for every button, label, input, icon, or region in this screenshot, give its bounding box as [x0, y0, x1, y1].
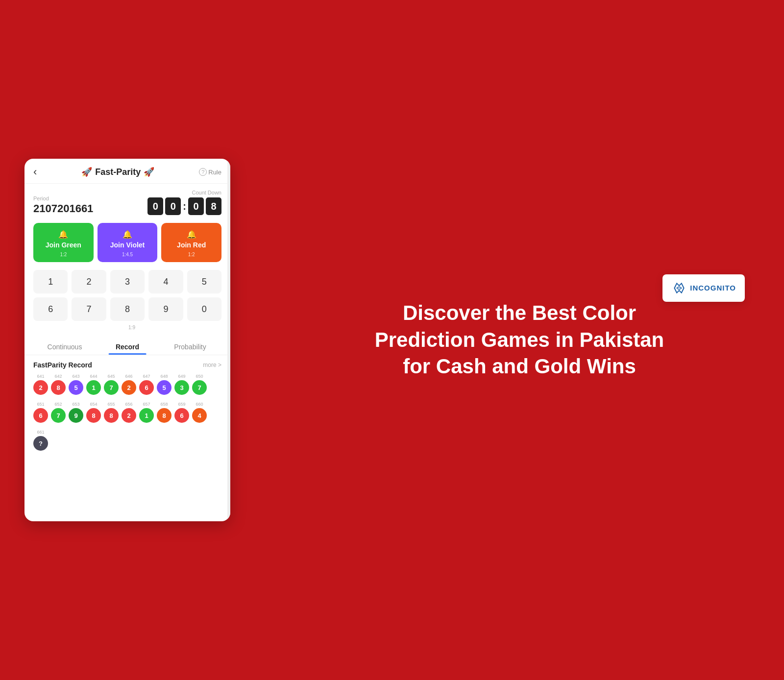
record-id: 653: [72, 402, 79, 407]
record-circle: 2: [122, 408, 136, 423]
logo-text: INCOGNITO: [671, 280, 736, 296]
left-panel: ‹ 🚀 Fast-Parity 🚀 ? Rule Period 21072016…: [0, 0, 255, 680]
right-rocket-icon: 🚀: [144, 167, 154, 177]
record-id: 644: [90, 374, 97, 379]
record-item: 642 8: [51, 374, 66, 395]
record-title: FastParity Record: [33, 361, 92, 369]
record-item: 649 3: [174, 374, 189, 395]
join-green-ratio: 1:2: [60, 252, 67, 257]
record-id: 645: [107, 374, 115, 379]
record-item: 661 ?: [33, 430, 48, 451]
record-item: 643 5: [69, 374, 83, 395]
num-button-7[interactable]: 7: [72, 297, 106, 321]
record-id: 646: [125, 374, 132, 379]
record-item: 641 2: [33, 374, 48, 395]
rule-icon: ?: [199, 168, 207, 176]
record-circle: 1: [139, 408, 154, 423]
green-bell-icon: 🔔: [58, 230, 68, 239]
record-id: 643: [72, 374, 79, 379]
record-circle: 1: [86, 380, 101, 395]
num-button-1[interactable]: 1: [33, 270, 68, 293]
more-link[interactable]: more >: [203, 362, 221, 368]
digit-2: 0: [188, 197, 204, 215]
record-circle: 7: [104, 380, 119, 395]
num-button-0[interactable]: 0: [187, 297, 221, 321]
tab-probability[interactable]: Probability: [159, 338, 221, 355]
record-circle: 8: [104, 408, 119, 423]
period-number: 2107201661: [33, 202, 93, 215]
record-item: 652 7: [51, 402, 66, 423]
logo-icon: [671, 280, 687, 296]
join-green-button[interactable]: 🔔 Join Green 1:2: [33, 223, 94, 262]
countdown-digits: 0 0 : 0 8: [147, 197, 221, 215]
violet-bell-icon: 🔔: [122, 230, 132, 239]
countdown-block: Count Down 0 0 : 0 8: [147, 190, 221, 215]
num-button-2[interactable]: 2: [72, 270, 106, 293]
colon: :: [183, 201, 186, 212]
back-button[interactable]: ‹: [33, 166, 37, 178]
digit-3: 8: [206, 197, 221, 215]
record-item: 644 1: [86, 374, 101, 395]
record-id: 650: [196, 374, 203, 379]
join-red-button[interactable]: 🔔 Join Red 1:2: [161, 223, 221, 262]
digit-1: 0: [165, 197, 181, 215]
right-panel: Discover the Best Color Prediction Games…: [255, 280, 784, 400]
countdown-label: Count Down: [147, 190, 221, 195]
number-ratio: 1:9: [33, 325, 221, 330]
num-button-6[interactable]: 6: [33, 297, 68, 321]
period-label: Period: [33, 195, 93, 201]
record-circle: ?: [33, 436, 48, 451]
number-row-2: 6 7 8 9 0: [33, 297, 221, 321]
record-row-3: 661 ?: [33, 430, 221, 451]
tab-record[interactable]: Record: [96, 338, 159, 355]
record-circle: 5: [157, 380, 172, 395]
record-circle: 2: [122, 380, 136, 395]
record-id: 660: [196, 402, 203, 407]
num-button-8[interactable]: 8: [110, 297, 145, 321]
record-item: 648 5: [157, 374, 172, 395]
record-item: 646 2: [122, 374, 136, 395]
record-circle: 2: [33, 380, 48, 395]
record-header: FastParity Record more >: [33, 361, 221, 369]
record-circle: 6: [33, 408, 48, 423]
join-violet-button[interactable]: 🔔 Join Violet 1:4.5: [98, 223, 158, 262]
join-red-label: Join Red: [177, 241, 206, 249]
record-id: 655: [107, 402, 115, 407]
record-id: 648: [160, 374, 168, 379]
header-title: 🚀 Fast-Parity 🚀: [81, 167, 154, 177]
record-section: FastParity Record more > 641 2 642 8 643…: [24, 355, 230, 462]
tab-continuous[interactable]: Continuous: [33, 338, 96, 355]
record-item: 657 1: [139, 402, 154, 423]
record-circle: 8: [157, 408, 172, 423]
record-circle: 9: [69, 408, 83, 423]
record-item: 655 8: [104, 402, 119, 423]
rule-link[interactable]: ? Rule: [199, 168, 221, 176]
num-button-4[interactable]: 4: [148, 270, 183, 293]
record-id: 654: [90, 402, 97, 407]
record-item: 653 9: [69, 402, 83, 423]
record-item: 659 6: [174, 402, 189, 423]
num-button-3[interactable]: 3: [110, 270, 145, 293]
num-button-5[interactable]: 5: [187, 270, 221, 293]
record-circle: 6: [139, 380, 154, 395]
record-circle: 3: [174, 380, 189, 395]
left-rocket-icon: 🚀: [81, 167, 92, 177]
record-circle: 6: [174, 408, 189, 423]
join-red-ratio: 1:2: [188, 252, 195, 257]
record-id: 647: [143, 374, 150, 379]
record-item: 647 6: [139, 374, 154, 395]
join-violet-label: Join Violet: [110, 241, 145, 249]
record-circle: 8: [51, 380, 66, 395]
tabs: Continuous Record Probability: [24, 338, 230, 355]
incognito-text: INCOGNITO: [690, 284, 736, 292]
record-id: 658: [160, 402, 168, 407]
period-row: Period 2107201661 Count Down 0 0 : 0 8: [24, 184, 230, 219]
record-row-2: 651 6 652 7 653 9 654 8 655 8: [33, 402, 221, 423]
record-id: 659: [178, 402, 185, 407]
record-id: 652: [54, 402, 62, 407]
record-row-1: 641 2 642 8 643 5 644 1 645 7: [33, 374, 221, 395]
num-button-9[interactable]: 9: [148, 297, 183, 321]
record-id: 642: [54, 374, 62, 379]
record-circle: 7: [51, 408, 66, 423]
record-circle: 5: [69, 380, 83, 395]
